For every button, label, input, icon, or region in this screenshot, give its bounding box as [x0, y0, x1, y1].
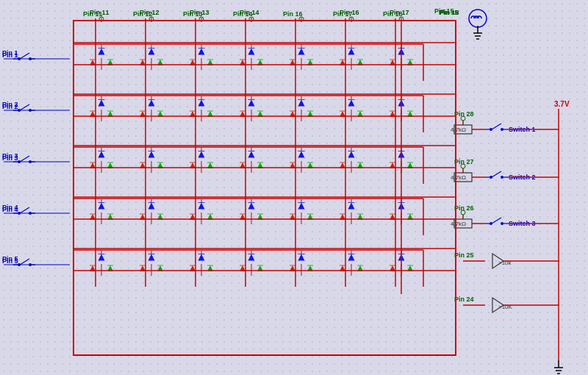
circuit-canvas [0, 0, 588, 375]
schematic-diagram [0, 0, 588, 375]
